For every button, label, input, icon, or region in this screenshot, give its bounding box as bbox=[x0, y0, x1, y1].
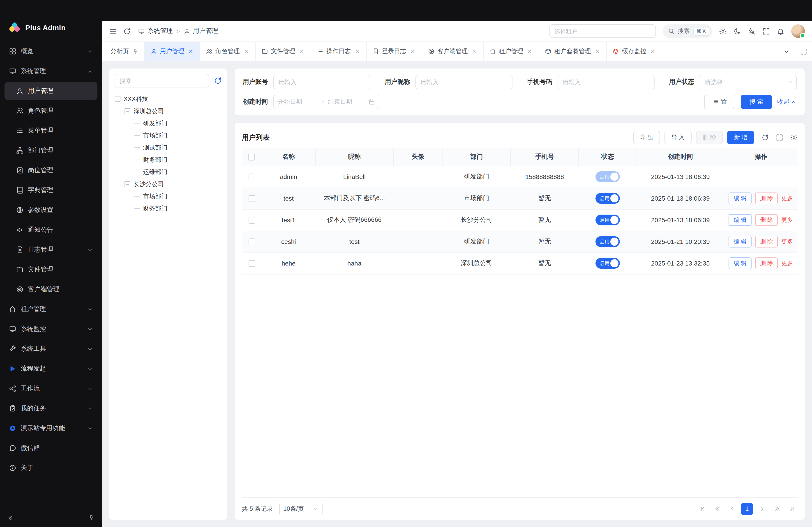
more-actions-link[interactable]: 更多 bbox=[782, 216, 793, 224]
page-number-current[interactable]: 1 bbox=[741, 503, 753, 515]
sidebar-item-demo-features[interactable]: 演示站专用功能 bbox=[4, 419, 98, 437]
tab-fullscreen-button[interactable] bbox=[795, 42, 812, 61]
account-input[interactable] bbox=[273, 75, 371, 89]
settings-gear-icon[interactable] bbox=[719, 27, 727, 35]
refresh-table-icon[interactable] bbox=[762, 134, 769, 141]
tree-node-test-dept[interactable]: 测试部门 bbox=[115, 141, 222, 154]
export-button[interactable]: 导 出 bbox=[633, 131, 660, 144]
delete-button[interactable]: 删 除 bbox=[696, 131, 723, 144]
status-toggle[interactable]: 启用 bbox=[595, 236, 620, 247]
status-toggle[interactable]: 启用 bbox=[595, 171, 620, 182]
tree-node-shenzhen-hq[interactable]: 深圳总公司 bbox=[115, 105, 222, 117]
sidebar-item-process-start[interactable]: 流程发起 bbox=[4, 360, 98, 378]
sidebar-item-post-management[interactable]: 岗位管理 bbox=[4, 161, 98, 179]
select-all-checkbox[interactable] bbox=[248, 154, 255, 161]
collapse-toggle-icon[interactable] bbox=[115, 96, 120, 102]
status-toggle[interactable]: 启用 bbox=[595, 215, 620, 225]
close-icon[interactable] bbox=[526, 48, 533, 55]
tree-node-ops-dept[interactable]: 运维部门 bbox=[115, 166, 222, 178]
collapse-sidebar-icon[interactable] bbox=[7, 514, 14, 521]
close-icon[interactable] bbox=[594, 48, 600, 55]
delete-row-button[interactable]: 删 除 bbox=[755, 257, 778, 269]
pin-sidebar-icon[interactable] bbox=[88, 514, 95, 521]
tree-node-company[interactable]: XXX科技 bbox=[115, 93, 222, 105]
notification-bell-icon[interactable] bbox=[777, 27, 784, 35]
collapse-filter-link[interactable]: 收起 bbox=[777, 98, 797, 106]
import-button[interactable]: 导 入 bbox=[665, 131, 691, 144]
sidebar-item-about[interactable]: 关于 bbox=[4, 459, 98, 477]
hamburger-menu-icon[interactable] bbox=[109, 27, 117, 35]
sidebar-item-system-tools[interactable]: 系统工具 bbox=[4, 340, 98, 358]
status-toggle[interactable]: 启用 bbox=[595, 193, 620, 204]
collapse-toggle-icon[interactable] bbox=[125, 108, 130, 114]
status-select[interactable] bbox=[700, 75, 797, 89]
sidebar-item-dict-management[interactable]: 字典管理 bbox=[4, 181, 98, 199]
language-icon[interactable] bbox=[748, 27, 756, 35]
fullscreen-icon[interactable] bbox=[763, 27, 770, 35]
close-icon[interactable] bbox=[471, 48, 477, 55]
edit-button[interactable]: 编 辑 bbox=[729, 236, 752, 247]
tab-analysis[interactable]: 分析页 bbox=[105, 42, 145, 61]
phone-input[interactable] bbox=[557, 75, 655, 89]
row-checkbox[interactable] bbox=[248, 195, 255, 202]
tab-client-management[interactable]: 客户端管理 bbox=[422, 42, 483, 61]
close-icon[interactable] bbox=[187, 48, 194, 55]
close-icon[interactable] bbox=[299, 48, 305, 55]
table-fullscreen-icon[interactable] bbox=[776, 134, 783, 141]
first-page-button[interactable] bbox=[697, 503, 708, 515]
tree-search-input[interactable] bbox=[115, 74, 209, 88]
nickname-input[interactable] bbox=[416, 75, 512, 89]
collapse-toggle-icon[interactable] bbox=[125, 181, 130, 187]
forward-pages-button[interactable] bbox=[771, 503, 783, 515]
sidebar-item-notice[interactable]: 通知公告 bbox=[4, 221, 98, 239]
tab-tenant-management[interactable]: 租户管理 bbox=[483, 42, 539, 61]
tab-file-management[interactable]: 文件管理 bbox=[256, 42, 311, 61]
breadcrumb-user-management[interactable]: 用户管理 bbox=[183, 27, 218, 35]
sidebar-item-log-management[interactable]: 日志管理 bbox=[4, 241, 98, 259]
global-search-button[interactable]: 搜索 ⌘ K bbox=[663, 24, 712, 38]
status-select-input[interactable] bbox=[700, 75, 797, 89]
tab-login-log[interactable]: 登录日志 bbox=[366, 42, 422, 61]
breadcrumb-system-management[interactable]: 系统管理 bbox=[138, 27, 173, 35]
tree-node-market-dept-2[interactable]: 市场部门 bbox=[115, 190, 222, 202]
close-icon[interactable] bbox=[650, 48, 656, 55]
sidebar-item-user-management[interactable]: 用户管理 bbox=[4, 82, 98, 100]
tree-node-changsha-branch[interactable]: 长沙分公司 bbox=[115, 178, 222, 190]
close-icon[interactable] bbox=[354, 48, 360, 55]
tree-refresh-icon[interactable] bbox=[214, 77, 222, 85]
tab-tenant-package-management[interactable]: 租户套餐管理 bbox=[539, 42, 607, 61]
status-toggle[interactable]: 启用 bbox=[595, 258, 620, 269]
tab-cache-monitor[interactable]: 缓存监控 bbox=[607, 42, 662, 61]
row-checkbox[interactable] bbox=[248, 174, 255, 181]
sidebar-item-my-tasks[interactable]: 我的任务 bbox=[4, 400, 98, 418]
search-button[interactable]: 搜 索 bbox=[741, 95, 772, 109]
delete-row-button[interactable]: 删 除 bbox=[755, 214, 778, 226]
sidebar-item-client-management[interactable]: 客户端管理 bbox=[4, 281, 98, 298]
more-actions-link[interactable]: 更多 bbox=[782, 195, 793, 202]
sidebar-item-department-management[interactable]: 部门管理 bbox=[4, 141, 98, 160]
tab-user-management[interactable]: 用户管理 bbox=[145, 42, 200, 61]
tree-node-market-dept[interactable]: 市场部门 bbox=[115, 130, 222, 141]
sidebar-item-system-monitor[interactable]: 系统监控 bbox=[4, 320, 98, 338]
edit-button[interactable]: 编 辑 bbox=[729, 193, 752, 204]
back-pages-button[interactable] bbox=[711, 503, 723, 515]
sidebar-item-tenant-management[interactable]: 租户管理 bbox=[4, 300, 98, 318]
tab-list-dropdown-button[interactable] bbox=[778, 42, 795, 61]
more-actions-link[interactable]: 更多 bbox=[782, 238, 793, 245]
sidebar-item-role-management[interactable]: 角色管理 bbox=[4, 102, 98, 120]
edit-button[interactable]: 编 辑 bbox=[729, 257, 752, 269]
tree-node-rd-dept[interactable]: 研发部门 bbox=[115, 117, 222, 130]
sidebar-item-overview[interactable]: 概览 bbox=[4, 42, 98, 60]
add-button[interactable]: 新 增 bbox=[727, 131, 754, 144]
delete-row-button[interactable]: 删 除 bbox=[755, 236, 778, 247]
row-checkbox[interactable] bbox=[248, 217, 255, 224]
close-icon[interactable] bbox=[409, 48, 416, 55]
pin-icon[interactable] bbox=[132, 48, 138, 55]
sidebar-item-menu-management[interactable]: 菜单管理 bbox=[4, 122, 98, 140]
reset-button[interactable]: 重 置 bbox=[705, 95, 736, 109]
sidebar-item-workflow[interactable]: 工作流 bbox=[4, 380, 98, 397]
user-avatar[interactable] bbox=[791, 24, 805, 38]
tenant-select-input[interactable] bbox=[549, 24, 656, 38]
close-icon[interactable] bbox=[243, 48, 249, 55]
next-page-button[interactable] bbox=[756, 503, 768, 515]
